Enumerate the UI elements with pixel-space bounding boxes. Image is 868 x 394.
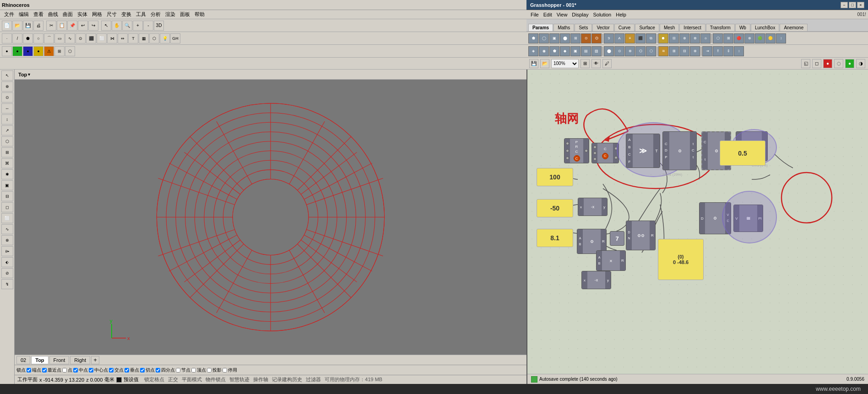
viewport-tab-top[interactable]: Top bbox=[31, 356, 48, 364]
gh-menu-edit[interactable]: Edit bbox=[541, 11, 554, 18]
gh-node-7[interactable]: 7 bbox=[610, 231, 624, 246]
gh-icon2-4[interactable]: ◆ bbox=[560, 46, 570, 56]
gh-icon-18[interactable]: ⬡ bbox=[713, 33, 723, 43]
gh-icon-9[interactable]: A bbox=[614, 33, 624, 43]
gh-icon2-7[interactable]: ▨ bbox=[591, 46, 602, 56]
gh-node-value-set[interactable]: {0} 0 -48.6 bbox=[658, 239, 704, 280]
rhino-tool-mesh2[interactable]: ⋈ bbox=[107, 33, 117, 43]
gh-icon2-2[interactable]: ◉ bbox=[539, 46, 549, 56]
gh-node-prc2[interactable] bbox=[733, 202, 759, 223]
gh-icon-3[interactable]: ▣ bbox=[549, 33, 559, 43]
lt-btn-19[interactable]: ⊘ bbox=[1, 268, 13, 278]
rhino-tool-new[interactable]: 📄 bbox=[2, 21, 12, 31]
rhino-menu-view[interactable]: 查看 bbox=[31, 11, 46, 18]
rhino-tool-pt[interactable]: · bbox=[2, 33, 12, 43]
lt-btn-6[interactable]: ↗ bbox=[1, 125, 13, 135]
gh-eye-btn[interactable]: 👁 bbox=[591, 59, 601, 68]
gh-icon-1[interactable]: ⬟ bbox=[528, 33, 538, 43]
gh-icon-6[interactable]: ⊙ bbox=[581, 33, 591, 43]
rhino-color-yellow[interactable]: ● bbox=[33, 46, 43, 56]
gh-icon-8[interactable]: 9 bbox=[604, 33, 614, 43]
snap-int[interactable] bbox=[109, 368, 114, 372]
gh-toggle-btn[interactable]: ◑ bbox=[856, 59, 865, 68]
rhino-tool-zoom-in[interactable]: + bbox=[133, 21, 143, 31]
snap-endpoint[interactable] bbox=[27, 368, 31, 372]
snap-quad[interactable] bbox=[156, 368, 160, 372]
rhino-tool-hatch[interactable]: ▦ bbox=[139, 33, 149, 43]
gh-settings-btn[interactable]: ◻ bbox=[812, 59, 821, 68]
gh-icon2-13[interactable]: ≋ bbox=[658, 46, 668, 56]
lt-btn-16[interactable]: ⊗ bbox=[1, 235, 13, 245]
gh-node-c1[interactable]: C C bbox=[591, 143, 619, 163]
viewport-tab-front[interactable]: Front bbox=[49, 356, 70, 364]
lt-btn-7[interactable]: ⬡ bbox=[1, 136, 13, 146]
gh-tab-lunchbox[interactable]: LunchBox bbox=[751, 24, 779, 31]
gh-icon2-18[interactable]: ⇑ bbox=[713, 46, 723, 56]
rhino-tool-redo[interactable]: ↪ bbox=[88, 21, 98, 31]
rhino-color-red[interactable]: ● bbox=[2, 46, 12, 56]
gh-icon-15[interactable]: ⊕ bbox=[679, 33, 689, 43]
rhino-tool-cut[interactable]: ✂ bbox=[46, 21, 56, 31]
lt-btn-18[interactable]: ⬖ bbox=[1, 257, 13, 267]
rhino-tool-select[interactable]: ↖ bbox=[101, 21, 111, 31]
gh-node-xy[interactable]: x -x y bbox=[578, 198, 608, 216]
gh-node-cdp[interactable]: CDP ⚙ tCt 93ms (29%) bbox=[662, 131, 697, 170]
gh-node-100[interactable]: 100 bbox=[537, 168, 573, 186]
lt-btn-8[interactable]: ⊞ bbox=[1, 147, 13, 157]
gh-icon-7[interactable]: ⏣ bbox=[591, 33, 602, 43]
gumball-btn[interactable]: 操作轴 bbox=[253, 376, 268, 383]
grid-lock-btn[interactable]: 锁定格点 bbox=[144, 376, 164, 383]
gh-icon-23[interactable]: 🟡 bbox=[765, 33, 776, 43]
lt-btn-17[interactable]: ⌲ bbox=[1, 246, 13, 256]
gh-tab-params[interactable]: Params bbox=[528, 24, 553, 31]
gh-zoom-select[interactable]: 100% 75% 150% bbox=[551, 59, 579, 68]
rhino-menu-dim[interactable]: 尺寸 bbox=[104, 11, 119, 18]
rhino-tool-dim2[interactable]: ⇔ bbox=[118, 33, 128, 43]
snap-proj[interactable] bbox=[207, 368, 212, 372]
planar-btn[interactable]: 平面模式 bbox=[182, 376, 202, 383]
gh-icon2-6[interactable]: ▤ bbox=[581, 46, 591, 56]
gh-icon-13[interactable]: ⏺ bbox=[658, 33, 668, 43]
gh-icon2-3[interactable]: ⬟ bbox=[549, 46, 559, 56]
lt-btn-20[interactable]: ↯ bbox=[1, 279, 13, 289]
lt-btn-11[interactable]: ▣ bbox=[1, 180, 13, 190]
gh-close-btn[interactable]: × bbox=[857, 2, 864, 8]
snap-disable[interactable] bbox=[222, 368, 227, 372]
rhino-tool-save[interactable]: 💾 bbox=[23, 21, 33, 31]
gh-icon-12[interactable]: ⧉ bbox=[646, 33, 656, 43]
rhino-tool-surf[interactable]: ⬛ bbox=[86, 33, 96, 43]
gh-node-dn[interactable]: DN ⚙⚙ R bbox=[626, 221, 656, 250]
rhino-tool-line[interactable]: / bbox=[12, 33, 22, 43]
gh-icon2-20[interactable]: ↕ bbox=[734, 46, 744, 56]
rhino-menu-mesh[interactable]: 网格 bbox=[90, 11, 104, 18]
history-btn[interactable]: 记录建构历史 bbox=[272, 376, 302, 383]
osnap-btn[interactable]: 物件锁点 bbox=[206, 376, 226, 383]
gh-icon2-1[interactable]: ◈ bbox=[528, 46, 538, 56]
rhino-tool-light[interactable]: 💡 bbox=[160, 33, 170, 43]
snap-center[interactable] bbox=[89, 368, 93, 372]
gh-node-05[interactable]: 0.5 bbox=[720, 140, 765, 166]
lt-btn-4[interactable]: ↔ bbox=[1, 103, 13, 113]
viewport-tab-right[interactable]: Right bbox=[70, 356, 90, 364]
rhino-menu-help[interactable]: 帮助 bbox=[192, 11, 207, 18]
rhino-menu-curve[interactable]: 曲线 bbox=[46, 11, 60, 18]
lt-btn-9[interactable]: ⌘ bbox=[1, 158, 13, 168]
gh-icon2-11[interactable]: ⌬ bbox=[635, 46, 646, 56]
gh-icon-24[interactable]: ↕ bbox=[776, 33, 786, 43]
gh-node-neg50[interactable]: -50 bbox=[537, 199, 573, 217]
gh-icon-11[interactable]: ⬛ bbox=[635, 33, 646, 43]
gh-tab-transform[interactable]: Transform bbox=[706, 24, 735, 31]
rhino-tool-arc[interactable]: ⌒ bbox=[44, 33, 54, 43]
gh-menu-view[interactable]: View bbox=[554, 11, 570, 18]
gh-tab-curve[interactable]: Curve bbox=[614, 24, 635, 31]
lt-btn-12[interactable]: ⊟ bbox=[1, 191, 13, 201]
rhino-menu-surface[interactable]: 曲面 bbox=[60, 11, 75, 18]
rhino-menu-tools[interactable]: 工具 bbox=[134, 11, 148, 18]
rhino-tool-text[interactable]: T bbox=[128, 33, 138, 43]
rhino-tool-open[interactable]: 📂 bbox=[12, 21, 22, 31]
gh-icon2-5[interactable]: ▣ bbox=[570, 46, 580, 56]
gh-icon2-8[interactable]: ⬤ bbox=[604, 46, 614, 56]
gh-icon2-14[interactable]: ⊞ bbox=[669, 46, 679, 56]
rhino-tool-grasshopper[interactable]: GH bbox=[170, 33, 180, 43]
gh-icon-5[interactable]: ⊞ bbox=[570, 33, 580, 43]
